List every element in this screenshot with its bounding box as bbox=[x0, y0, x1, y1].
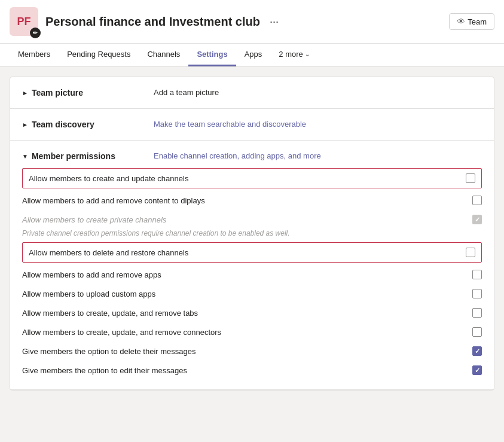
perm-upload-custom-apps-label: Allow members to upload custom apps bbox=[22, 289, 155, 298]
perm-add-remove-content-checkbox[interactable] bbox=[472, 196, 482, 205]
chevron-right-icon: ► bbox=[22, 121, 28, 128]
tab-settings[interactable]: Settings bbox=[188, 44, 236, 66]
header: PF ✏ Personal finance and Investment clu… bbox=[0, 0, 504, 44]
member-permissions-section: ▼ Member permissions Enable channel crea… bbox=[10, 141, 494, 390]
header-left: PF ✏ Personal finance and Investment clu… bbox=[10, 7, 279, 36]
app-container: PF ✏ Personal finance and Investment clu… bbox=[0, 0, 504, 442]
chevron-right-icon: ► bbox=[22, 90, 28, 96]
team-discovery-desc[interactable]: Make the team searchable and discoverabl… bbox=[154, 120, 306, 129]
avatar-badge: ✏ bbox=[30, 28, 41, 38]
tab-pending-requests[interactable]: Pending Requests bbox=[59, 44, 139, 66]
team-picture-row: ► Team picture Add a team picture bbox=[10, 77, 494, 108]
team-discovery-title: Team discovery bbox=[32, 120, 94, 129]
perm-create-update-channels-label: Allow members to create and update chann… bbox=[29, 174, 188, 183]
team-picture-section: ► Team picture Add a team picture bbox=[10, 77, 494, 109]
perm-create-update-remove-tabs: Allow members to create, update, and rem… bbox=[22, 303, 482, 322]
perm-upload-custom-apps-checkbox[interactable] bbox=[472, 289, 482, 298]
perm-edit-messages: Give members the option to edit their me… bbox=[22, 361, 482, 380]
tab-apps[interactable]: Apps bbox=[236, 44, 271, 66]
perm-delete-restore-channels: Allow members to delete and restore chan… bbox=[22, 242, 482, 263]
team-discovery-section: ► Team discovery Make the team searchabl… bbox=[10, 109, 494, 141]
tab-more[interactable]: 2 more ⌄ bbox=[270, 44, 317, 66]
perm-create-update-remove-connectors: Allow members to create, update, and rem… bbox=[22, 322, 482, 342]
team-name: Personal finance and Investment club bbox=[45, 15, 260, 29]
perm-create-update-remove-tabs-label: Allow members to create, update, and rem… bbox=[22, 309, 198, 318]
perm-create-private-channels-label: Allow members to create private channels bbox=[22, 215, 166, 224]
more-options-button[interactable]: ··· bbox=[270, 16, 279, 28]
team-discovery-row: ► Team discovery Make the team searchabl… bbox=[10, 109, 494, 140]
perm-create-update-channels: Allow members to create and update chann… bbox=[22, 168, 482, 188]
perm-add-remove-apps-label: Allow members to add and remove apps bbox=[22, 270, 161, 279]
perm-delete-messages-label: Give members the option to delete their … bbox=[22, 347, 196, 356]
perm-edit-messages-label: Give members the option to edit their me… bbox=[22, 366, 187, 375]
perm-add-remove-apps: Allow members to add and remove apps bbox=[22, 265, 482, 284]
perm-create-update-channels-checkbox[interactable] bbox=[466, 173, 475, 183]
avatar-initials: PF bbox=[17, 16, 30, 28]
private-channel-note: Private channel creation permissions req… bbox=[22, 229, 482, 240]
perm-create-private-channels-checkbox[interactable] bbox=[472, 215, 482, 224]
permissions-items: Allow members to create and update chann… bbox=[10, 168, 494, 389]
perm-create-update-remove-tabs-checkbox[interactable] bbox=[472, 308, 482, 318]
perm-edit-messages-checkbox[interactable] bbox=[472, 365, 482, 375]
member-permissions-title: Member permissions bbox=[32, 151, 115, 161]
perm-create-update-remove-connectors-checkbox[interactable] bbox=[472, 327, 482, 337]
perm-add-remove-apps-checkbox[interactable] bbox=[472, 270, 482, 279]
chevron-down-icon: ▼ bbox=[22, 153, 28, 160]
perm-create-private-channels: Allow members to create private channels bbox=[22, 210, 482, 229]
pencil-icon: ✏ bbox=[33, 30, 38, 36]
perm-delete-messages-checkbox[interactable] bbox=[472, 346, 482, 356]
tab-channels[interactable]: Channels bbox=[139, 44, 188, 66]
perm-add-remove-content-label: Allow members to add and remove content … bbox=[22, 196, 205, 205]
team-picture-desc: Add a team picture bbox=[154, 88, 219, 97]
team-discovery-header[interactable]: ► Team discovery bbox=[22, 120, 142, 129]
member-permissions-desc[interactable]: Enable channel creation, adding apps, an… bbox=[154, 151, 321, 160]
perm-delete-restore-channels-checkbox[interactable] bbox=[466, 248, 475, 257]
tab-members[interactable]: Members bbox=[10, 44, 59, 66]
avatar: PF ✏ bbox=[10, 7, 38, 36]
team-picture-header[interactable]: ► Team picture bbox=[22, 88, 142, 97]
team-picture-title: Team picture bbox=[32, 88, 83, 97]
team-button[interactable]: 👁 Team bbox=[449, 13, 494, 30]
team-button-label: Team bbox=[468, 17, 487, 26]
perm-delete-restore-channels-label: Allow members to delete and restore chan… bbox=[29, 248, 188, 257]
main-content: ► Team picture Add a team picture ► Team… bbox=[10, 77, 494, 391]
perm-delete-messages: Give members the option to delete their … bbox=[22, 342, 482, 361]
nav-tabs: Members Pending Requests Channels Settin… bbox=[0, 44, 504, 67]
perm-upload-custom-apps: Allow members to upload custom apps bbox=[22, 284, 482, 303]
chevron-down-icon: ⌄ bbox=[305, 51, 310, 57]
member-permissions-header: ▼ Member permissions Enable channel crea… bbox=[10, 141, 494, 166]
member-permissions-toggle[interactable]: ▼ Member permissions bbox=[22, 151, 142, 161]
perm-add-remove-content: Allow members to add and remove content … bbox=[22, 191, 482, 210]
eye-icon: 👁 bbox=[457, 17, 465, 26]
perm-create-update-remove-connectors-label: Allow members to create, update, and rem… bbox=[22, 328, 221, 337]
